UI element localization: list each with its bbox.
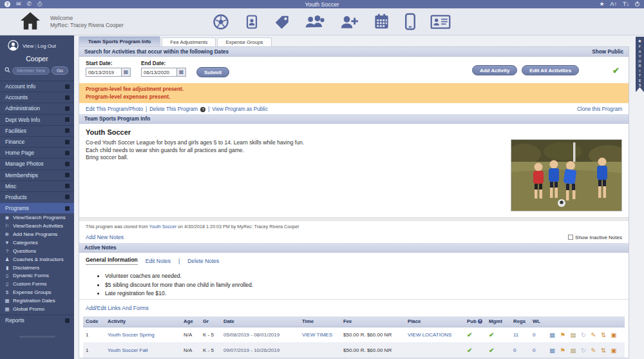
regs-count-link[interactable]: 11 <box>513 332 518 338</box>
edit-program-link[interactable]: Edit This Program/Photo <box>86 106 143 112</box>
delete-info-icon[interactable]: ? <box>200 107 205 112</box>
sidebar-item-finance[interactable]: Finance <box>0 136 74 147</box>
form-icon[interactable]: ▤ <box>571 331 576 338</box>
sidebar-item-accounts[interactable]: Accounts <box>0 92 74 102</box>
reorder-icon[interactable]: ⇅ <box>601 347 606 354</box>
view-locations-link[interactable]: VIEW LOCATIONS <box>408 332 451 338</box>
groups-icon[interactable] <box>305 14 325 30</box>
edit-notes-link[interactable]: Edit Notes <box>146 258 171 264</box>
favorites-ribbon[interactable]: ★ FAVORITES <box>636 37 644 92</box>
sidebar-subitem-dynamic-forms[interactable]: ▯Dynamic Forms <box>0 271 74 280</box>
view-link[interactable]: View <box>23 43 33 49</box>
delete-program-link[interactable]: Delete This Program <box>149 106 198 112</box>
copy-icon[interactable]: ▣ <box>611 331 616 338</box>
end-date-calendar-icon[interactable]: ▦ <box>177 68 186 77</box>
sidebar-subitem-expense-groups[interactable]: $Expense Groups <box>0 288 74 296</box>
notes-tab-general-information[interactable]: General Information <box>86 257 138 265</box>
tab-expense-groups[interactable]: Expense Groups <box>217 37 271 46</box>
program-photo <box>511 139 622 211</box>
font-increase-icon[interactable]: A↑ <box>610 1 617 7</box>
tag-icon[interactable] <box>274 14 290 30</box>
sidebar-item-reports[interactable]: Reports <box>0 315 74 325</box>
globe-icon: ◉ <box>4 215 10 220</box>
show-public-label: Show Public <box>592 49 623 55</box>
sidebar-subitem-view-search-programs[interactable]: ◉View/Search Programs <box>0 213 74 222</box>
sidebar-item-administration[interactable]: Administration <box>0 102 74 113</box>
tag-icon[interactable]: ⚑ <box>560 331 565 338</box>
edit-pencil-icon[interactable]: ✎ <box>591 347 596 354</box>
add-member-icon[interactable] <box>339 14 359 30</box>
sidebar-item-manage-photos[interactable]: Manage Photos <box>0 158 74 169</box>
clone-activity-icon[interactable]: ↻ <box>581 331 586 338</box>
tab-fee-adjustments[interactable]: Fee Adjustments <box>162 37 216 46</box>
add-new-notes-link[interactable]: Add New Notes <box>86 234 124 240</box>
mobile-device-icon[interactable] <box>404 13 416 30</box>
sidebar-item-memberships[interactable]: Memberships <box>0 170 74 180</box>
add-activity-button[interactable]: Add Activity <box>472 65 517 75</box>
regs-count-link[interactable]: 0 <box>513 347 516 353</box>
sidebar-item-home-page[interactable]: Home Page <box>0 147 74 158</box>
reorder-icon[interactable]: ⇅ <box>601 331 606 338</box>
calendar-icon[interactable] <box>373 13 390 30</box>
pub-check-icon: ✔ <box>467 331 472 338</box>
sidebar-item-products[interactable]: Products <box>0 191 74 202</box>
sidebar-item-account-info[interactable]: Account Info <box>0 81 74 92</box>
search-go-button[interactable]: Go <box>52 66 68 75</box>
edit-pencil-icon[interactable]: ✎ <box>591 331 596 338</box>
sidebar-subitem-registration-dates[interactable]: ▦Registration Dates <box>0 296 74 305</box>
sidebar-subitem-view-search-activities[interactable]: ⚐View/Search Activities <box>0 222 74 230</box>
sidebar-subitem-categories[interactable]: ▼Categories <box>0 238 74 247</box>
roster-icon[interactable]: ▦ <box>549 331 555 338</box>
font-decrease-icon[interactable]: T↓ <box>623 1 629 7</box>
tag-icon[interactable]: ⚑ <box>560 347 565 354</box>
activity-link[interactable]: Youth Soccer Fall <box>108 347 147 353</box>
soccer-ball-icon[interactable] <box>212 13 230 31</box>
sidebar-subitem-disclaimers[interactable]: ▮Disclaimers <box>0 264 74 272</box>
sidebar-subitem-custom-forms[interactable]: ▯Custom Forms <box>0 280 74 288</box>
edit-all-activities-button[interactable]: Edit All Activities <box>522 65 579 75</box>
form-icon[interactable]: ▤ <box>571 347 576 354</box>
member-badge-icon[interactable] <box>244 13 260 31</box>
show-inactive-notes-checkbox[interactable] <box>568 235 573 240</box>
submit-button[interactable]: Submit <box>196 67 229 77</box>
sidebar-subitem-coaches-instructors[interactable]: ♟Coaches & Instructors <box>0 255 74 264</box>
wl-count-link[interactable]: 0 <box>533 347 535 353</box>
start-date-input[interactable] <box>86 68 122 77</box>
delete-notes-link[interactable]: Delete Notes <box>187 258 219 264</box>
logout-power-icon[interactable] <box>635 2 639 6</box>
contact-card-icon[interactable] <box>430 14 451 30</box>
favorite-star-icon[interactable]: ★ <box>599 1 604 7</box>
filter-icon: ▼ <box>4 240 10 246</box>
add-edit-links-forms-link[interactable]: Add/Edit Links And Forms <box>86 305 149 311</box>
start-date-calendar-icon[interactable]: ▦ <box>122 68 131 77</box>
tab-team-sports-program-info[interactable]: Team Sports Program Info <box>79 36 160 46</box>
sidebar-subitem-global-promo[interactable]: ▦Global Promo <box>0 305 74 313</box>
sidebar-item-dept-web-info[interactable]: Dept Web Info <box>0 114 74 125</box>
pub-help-icon[interactable]: ? <box>478 319 482 324</box>
cloned-source-link[interactable]: Youth Soccer <box>149 224 177 229</box>
logout-link[interactable]: Log Out <box>37 43 55 49</box>
view-times-link[interactable]: VIEW TIMES <box>302 332 332 338</box>
sidebar-item-programs[interactable]: Programs <box>0 202 74 213</box>
sidebar-item-facilities[interactable]: Facilities <box>0 125 74 136</box>
copy-icon[interactable]: ▣ <box>611 347 616 354</box>
sidebar-subitem-add-new-programs[interactable]: ⊕Add New Programs <box>0 230 74 238</box>
sidebar-item-misc[interactable]: Misc <box>0 180 74 191</box>
view-program-public-link[interactable]: View Program as Public <box>212 106 268 112</box>
menu-book-icon <box>65 84 70 89</box>
content-panel: Search for Activities that occur within … <box>79 46 629 358</box>
program-description: Co-ed Youth Soccer League for boys and g… <box>86 139 304 215</box>
roster-icon[interactable]: ▦ <box>549 347 555 354</box>
clone-activity-icon[interactable]: ↻ <box>581 347 586 354</box>
wl-count-link[interactable]: 0 <box>533 332 535 338</box>
activity-link[interactable]: Youth Soccer Spring <box>108 332 155 338</box>
active-notes-title: Active Notes <box>84 245 117 251</box>
member-search-input[interactable] <box>12 67 50 75</box>
home-icon[interactable] <box>19 11 41 33</box>
clone-program-link[interactable]: Clone this Program <box>577 106 622 112</box>
menu-book-icon <box>65 95 70 100</box>
end-date-input[interactable] <box>141 68 177 77</box>
scrollbar-hint[interactable] <box>19 336 55 338</box>
show-public-check-icon[interactable]: ✔ <box>612 66 620 75</box>
sidebar-subitem-questions[interactable]: ?Questions <box>0 247 74 255</box>
